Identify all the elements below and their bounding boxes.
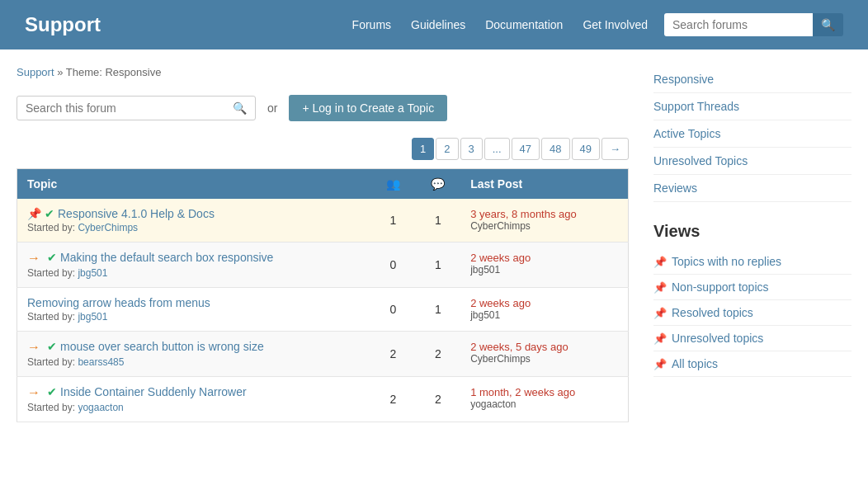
header-search-input[interactable] [664, 13, 813, 36]
sidebar-item-support-threads[interactable]: Support Threads [653, 93, 851, 120]
sidebar-item-unresolved-topics[interactable]: Unresolved Topics [653, 148, 851, 175]
or-text: or [267, 101, 277, 115]
site-header: Support Forums Guidelines Documentation … [0, 0, 868, 49]
page-47[interactable]: 47 [512, 138, 540, 160]
topic-title-2[interactable]: Removing arrow heads from menus [27, 296, 210, 309]
view-label-1: Non-support topics [672, 280, 769, 294]
arrow-indicator-1: → [27, 251, 40, 266]
topic-author-3[interactable]: bearss485 [78, 356, 124, 368]
content-area: Support » Theme: Responsive 🔍 or + Log i… [17, 66, 629, 488]
sidebar-view-unresolved[interactable]: 📌Unresolved topics [653, 326, 851, 351]
table-body: 📌✔Responsive 4.1.0 Help & DocsStarted by… [17, 199, 629, 422]
sidebar-view-resolved[interactable]: 📌Resolved topics [653, 300, 851, 326]
create-topic-button[interactable]: + Log in to Create a Topic [289, 95, 447, 121]
page-next[interactable]: → [601, 138, 629, 160]
forum-search-input[interactable] [26, 101, 233, 115]
sidebar-view-no-replies[interactable]: 📌Topics with no replies [653, 249, 851, 275]
view-label-0: Topics with no replies [672, 255, 781, 268]
table-row: →✔Making the default search box responsi… [17, 243, 629, 288]
breadcrumb-parent[interactable]: Support [17, 66, 54, 78]
pin-icon-3: 📌 [653, 332, 667, 345]
page-ellipsis: ... [484, 138, 510, 160]
topic-author-0[interactable]: CyberChimps [78, 222, 138, 233]
forum-search-button[interactable]: 🔍 [233, 101, 247, 115]
last-post-time-4[interactable]: 1 month, 2 weeks ago [470, 386, 575, 398]
sidebar-item-responsive[interactable]: Responsive [653, 66, 851, 93]
page-3[interactable]: 3 [460, 138, 483, 160]
table-row: →✔Inside Container Suddenly NarrowerStar… [17, 377, 629, 422]
arrow-indicator-4: → [27, 385, 40, 400]
voices-cell-2: 0 [370, 288, 415, 332]
forum-search-box: 🔍 [17, 96, 256, 120]
sidebar-views: 📌Topics with no replies 📌Non-support top… [653, 249, 851, 377]
last-post-time-0[interactable]: 3 years, 8 months ago [470, 208, 577, 220]
check-icon-3: ✔ [47, 340, 57, 353]
page-1[interactable]: 1 [412, 138, 434, 160]
topic-author-2[interactable]: jbg501 [78, 311, 107, 323]
breadcrumb-separator: » [57, 66, 63, 78]
sidebar-nav: Responsive Support Threads Active Topics… [653, 66, 851, 202]
check-icon-0: ✔ [45, 207, 54, 220]
main-nav: Forums Guidelines Documentation Get Invo… [352, 18, 648, 31]
table-header: Topic 👥 💬 Last Post [17, 169, 629, 200]
topic-author-1[interactable]: jbg501 [78, 267, 107, 279]
page-2[interactable]: 2 [436, 138, 458, 160]
header-search-container: 🔍 [664, 13, 843, 36]
topic-started-2: Started by: jbg501 [27, 311, 361, 323]
last-post-by-2: jbg501 [470, 309, 618, 321]
last-post-time-2[interactable]: 2 weeks ago [470, 297, 531, 309]
last-post-cell-0: 3 years, 8 months agoCyberChimps [460, 199, 628, 243]
nav-guidelines[interactable]: Guidelines [411, 18, 465, 31]
pin-icon-2: 📌 [653, 307, 667, 319]
col-voices: 👥 [370, 169, 415, 200]
last-post-by-4: yogaacton [470, 398, 618, 410]
col-last-post: Last Post [460, 169, 628, 200]
table-row: 📌✔Responsive 4.1.0 Help & DocsStarted by… [17, 199, 629, 243]
replies-cell-3: 2 [416, 332, 460, 377]
last-post-time-1[interactable]: 2 weeks ago [470, 252, 531, 264]
check-icon-4: ✔ [47, 385, 57, 398]
last-post-by-1: jbg501 [470, 264, 618, 276]
topics-table: Topic 👥 💬 Last Post 📌✔Responsive 4.1.0 H… [17, 168, 629, 422]
topic-title-1[interactable]: Making the default search box responsive [60, 251, 273, 264]
breadcrumb: Support » Theme: Responsive [17, 66, 629, 78]
view-label-4: All topics [672, 357, 718, 370]
topic-title-0[interactable]: Responsive 4.1.0 Help & Docs [58, 207, 215, 220]
site-logo: Support [25, 13, 101, 36]
topic-started-3: Started by: bearss485 [27, 356, 361, 368]
nav-documentation[interactable]: Documentation [485, 18, 563, 31]
sidebar-view-all[interactable]: 📌All topics [653, 351, 851, 377]
pin-icon-1: 📌 [653, 281, 667, 294]
topic-started-4: Started by: yogaacton [27, 402, 361, 413]
table-row: →✔mouse over search button is wrong size… [17, 332, 629, 377]
pin-icon-0: 📌 [27, 207, 41, 220]
header-search-button[interactable]: 🔍 [813, 13, 843, 36]
page-48[interactable]: 48 [541, 138, 569, 160]
last-post-cell-2: 2 weeks agojbg501 [460, 288, 628, 332]
view-label-3: Unresolved topics [672, 332, 763, 345]
sidebar-view-non-support[interactable]: 📌Non-support topics [653, 275, 851, 300]
last-post-by-0: CyberChimps [470, 220, 618, 232]
voices-cell-1: 0 [370, 243, 415, 288]
last-post-time-3[interactable]: 2 weeks, 5 days ago [470, 341, 568, 353]
voices-cell-4: 2 [370, 377, 415, 422]
pagination: 1 2 3 ... 47 48 49 → [17, 138, 629, 160]
topic-title-4[interactable]: Inside Container Suddenly Narrower [60, 385, 247, 398]
sidebar-item-active-topics[interactable]: Active Topics [653, 120, 851, 148]
voices-cell-3: 2 [370, 332, 415, 377]
topic-author-4[interactable]: yogaacton [78, 402, 123, 413]
topic-cell-1: →✔Making the default search box responsi… [17, 243, 371, 288]
replies-cell-4: 2 [416, 377, 460, 422]
sidebar-item-reviews[interactable]: Reviews [653, 175, 851, 202]
pin-icon-0: 📌 [653, 256, 667, 268]
page-49[interactable]: 49 [572, 138, 600, 160]
view-label-2: Resolved topics [672, 306, 753, 319]
topic-started-1: Started by: jbg501 [27, 267, 361, 279]
check-icon-1: ✔ [47, 251, 57, 264]
nav-forums[interactable]: Forums [352, 18, 391, 31]
views-title: Views [653, 222, 851, 241]
topic-cell-4: →✔Inside Container Suddenly NarrowerStar… [17, 377, 371, 422]
topic-cell-3: →✔mouse over search button is wrong size… [17, 332, 371, 377]
topic-title-3[interactable]: mouse over search button is wrong size [60, 340, 264, 353]
nav-get-involved[interactable]: Get Involved [583, 18, 648, 31]
